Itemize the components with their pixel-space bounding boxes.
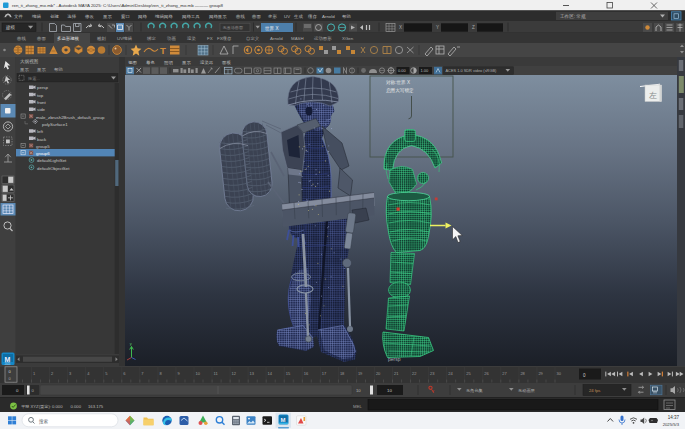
svg-text:Arnold: Arnold <box>270 36 283 41</box>
svg-text:group5: group5 <box>36 144 50 149</box>
svg-text:26: 26 <box>484 371 489 376</box>
svg-text:多边形建模: 多边形建模 <box>57 36 80 41</box>
svg-text:渲染器: 渲染器 <box>200 60 214 65</box>
svg-text:FX: FX <box>207 36 213 41</box>
svg-text:MEL: MEL <box>353 404 363 409</box>
svg-text:22: 22 <box>412 371 417 376</box>
svg-text:帮助: 帮助 <box>54 67 63 72</box>
svg-text:13: 13 <box>250 371 255 376</box>
svg-text:绑定: 绑定 <box>147 36 156 41</box>
svg-text:persp: persp <box>388 356 401 362</box>
svg-text:20: 20 <box>376 371 381 376</box>
svg-text:24: 24 <box>448 371 453 376</box>
svg-text:14: 14 <box>268 371 273 376</box>
svg-text:Arnold: Arnold <box>322 14 335 19</box>
svg-text:29: 29 <box>538 371 543 376</box>
svg-text:MASH: MASH <box>291 36 304 41</box>
svg-text:运动图形: 运动图形 <box>314 36 332 41</box>
svg-text:无动画层: 无动画层 <box>518 388 536 393</box>
svg-text:渲染: 渲染 <box>187 36 196 41</box>
svg-text:ren_ti_zhong_mo.mb* - Autodesk: ren_ti_zhong_mo.mb* - Autodesk MAYA 2025… <box>12 3 223 8</box>
svg-text:着色: 着色 <box>146 60 155 65</box>
svg-text:24 fps: 24 fps <box>589 388 600 393</box>
svg-text:窗口: 窗口 <box>121 14 130 19</box>
svg-text:UV编辑: UV编辑 <box>117 36 132 41</box>
svg-text:27: 27 <box>502 371 507 376</box>
svg-text:0.000: 0.000 <box>71 404 82 409</box>
svg-text:文件: 文件 <box>14 14 23 19</box>
svg-text:28: 28 <box>520 371 525 376</box>
svg-text:30: 30 <box>557 371 562 376</box>
svg-text:persp: persp <box>37 85 49 90</box>
svg-text:UV: UV <box>284 14 290 19</box>
svg-text:M: M <box>5 356 11 363</box>
svg-text:X: X <box>399 25 402 30</box>
svg-text:生成: 生成 <box>294 14 303 19</box>
svg-text:side: side <box>37 107 46 112</box>
svg-text:无角色集: 无角色集 <box>466 388 483 393</box>
svg-text:左: 左 <box>649 91 657 100</box>
svg-text:大纲视图: 大纲视图 <box>20 58 38 65</box>
svg-text:世界 X: 世界 X <box>265 26 279 31</box>
svg-text:编辑: 编辑 <box>32 14 41 19</box>
svg-text:17: 17 <box>322 371 327 376</box>
svg-text:曲线: 曲线 <box>236 14 245 19</box>
svg-text:FX缓存: FX缓存 <box>217 36 232 41</box>
svg-text:帮助: 帮助 <box>342 14 351 19</box>
svg-text:曲面: 曲面 <box>252 14 261 19</box>
svg-text:缓存: 缓存 <box>308 14 317 19</box>
svg-text:面板: 面板 <box>222 60 231 65</box>
svg-text:修改: 修改 <box>85 14 94 19</box>
svg-text:无激活曲面: 无激活曲面 <box>223 25 243 30</box>
svg-text:对称:世界 X: 对称:世界 X <box>386 80 410 85</box>
svg-text:18: 18 <box>340 371 345 376</box>
svg-text:top: top <box>37 93 44 98</box>
svg-text:工作区: 常规: 工作区: 常规 <box>560 13 586 20</box>
svg-text:启用大写锁定: 启用大写锁定 <box>386 87 414 94</box>
svg-text:16: 16 <box>304 371 309 376</box>
svg-text:2025: 2025 <box>5 362 11 366</box>
svg-text:2025/5/3: 2025/5/3 <box>663 422 680 427</box>
svg-text:10: 10 <box>387 388 392 393</box>
svg-text:编辑网格: 编辑网格 <box>155 14 173 19</box>
svg-text:XGen: XGen <box>342 36 354 41</box>
svg-text:1.00: 1.00 <box>421 68 430 73</box>
svg-text:back: back <box>37 137 47 142</box>
svg-text:搜索: 搜索 <box>38 418 49 425</box>
svg-text:ACES 1.0 SDR video (sRGB): ACES 1.0 SDR video (sRGB) <box>446 68 498 73</box>
svg-text:动画: 动画 <box>166 36 176 41</box>
svg-text:变形: 变形 <box>268 14 277 19</box>
svg-text:网格: 网格 <box>138 14 147 19</box>
svg-text:front: front <box>37 100 47 105</box>
svg-text:0.00: 0.00 <box>398 68 407 73</box>
svg-text:male_zbrush2Brush_default_grou: male_zbrush2Brush_default_group <box>36 115 105 120</box>
svg-text:14:37: 14:37 <box>668 415 680 420</box>
svg-text:自定义: 自定义 <box>246 36 260 41</box>
svg-text:10: 10 <box>356 388 361 393</box>
svg-text:19: 19 <box>358 371 363 376</box>
svg-text:12: 12 <box>232 371 237 376</box>
svg-text:选择: 选择 <box>67 14 76 19</box>
svg-text:搜索...: 搜索... <box>28 76 40 81</box>
svg-text:10: 10 <box>196 371 201 376</box>
svg-text:平移 XYZ(重定):: 平移 XYZ(重定): <box>21 404 51 409</box>
svg-text:group6: group6 <box>36 151 50 156</box>
svg-text:defaultObjectSet: defaultObjectSet <box>37 166 70 171</box>
svg-text:曲面: 曲面 <box>37 36 46 41</box>
svg-text:polySurface1: polySurface1 <box>42 122 68 127</box>
svg-text:y: y <box>130 341 132 346</box>
svg-text:Y: Y <box>436 25 439 30</box>
svg-text:163.175: 163.175 <box>88 404 104 409</box>
svg-text:M: M <box>281 417 286 423</box>
svg-text:创建: 创建 <box>50 14 59 19</box>
svg-text:视图: 视图 <box>128 60 137 65</box>
svg-text:23: 23 <box>430 371 435 376</box>
svg-text:Z: Z <box>472 25 475 30</box>
svg-text:left: left <box>37 129 44 134</box>
svg-text:曲线: 曲线 <box>17 36 26 41</box>
svg-text:15: 15 <box>286 371 291 376</box>
svg-text:0.000: 0.000 <box>52 404 63 409</box>
svg-text:25: 25 <box>466 371 471 376</box>
svg-text:defaultLightSet: defaultLightSet <box>37 158 67 163</box>
svg-text:21: 21 <box>394 371 399 376</box>
